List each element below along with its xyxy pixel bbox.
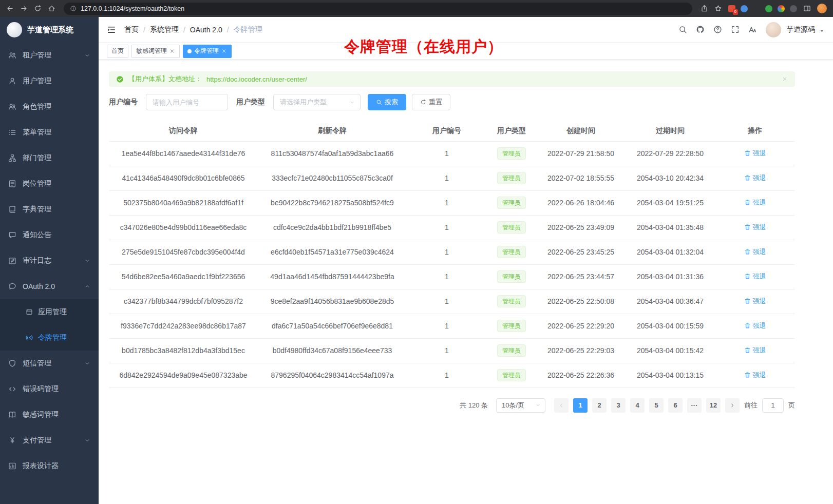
table-row: 275e5de9151045fe87cbdc395e004f4d e6cfd40…	[109, 240, 795, 264]
open-book-icon	[8, 411, 16, 419]
sidebar-item-menu-mgmt[interactable]: 菜单管理	[0, 120, 99, 145]
forward-icon[interactable]	[20, 5, 28, 12]
page-button[interactable]: 5	[649, 398, 664, 413]
refresh-token-cell: cdfc4ce9c2da4bb1bdf21b9918ff4be5	[258, 215, 407, 240]
address-bar[interactable]: 127.0.0.1:1024/system/oauth2/token	[64, 3, 692, 15]
tab-token[interactable]: 令牌管理	[183, 45, 232, 58]
font-size-icon[interactable]	[748, 25, 757, 34]
user-type-label: 用户类型	[236, 98, 265, 107]
extension-icon-dark[interactable]	[753, 5, 760, 12]
sidebar-item-error-code-mgmt[interactable]: 错误码管理	[0, 376, 99, 402]
sidebar-item-role-mgmt[interactable]: 角色管理	[0, 94, 99, 120]
fullscreen-icon[interactable]	[731, 25, 740, 34]
force-logout-button[interactable]: 强退	[744, 346, 766, 355]
page-button[interactable]: 2	[592, 398, 607, 413]
user-type-select[interactable]: 请选择用户类型	[273, 94, 361, 110]
close-icon[interactable]	[782, 76, 788, 82]
sidebar-item-dept-mgmt[interactable]: 部门管理	[0, 145, 99, 171]
force-logout-button[interactable]: 强退	[744, 272, 766, 281]
goto-label: 前往	[744, 401, 758, 410]
extension-icon-multicolor[interactable]	[778, 5, 785, 12]
sidebar-item-oauth2-app-mgmt[interactable]: 应用管理	[0, 299, 99, 325]
extension-icon-gray[interactable]	[790, 5, 797, 12]
sidebar-item-report-designer[interactable]: 报表设计器	[0, 453, 99, 479]
page-button[interactable]: 4	[630, 398, 645, 413]
search-icon[interactable]	[678, 25, 687, 34]
user-avatar[interactable]	[766, 22, 781, 37]
collapse-sidebar-icon[interactable]	[107, 25, 116, 34]
sidebar-item-oauth2[interactable]: OAuth 2.0	[0, 274, 99, 299]
user-type-cell: 管理员	[487, 338, 536, 363]
breadcrumb-item-home[interactable]: 首页	[124, 25, 139, 34]
bookmark-star-icon[interactable]	[714, 5, 722, 12]
id-card-icon	[8, 180, 16, 188]
force-logout-button[interactable]: 强退	[744, 321, 766, 331]
user-id-input[interactable]	[146, 94, 228, 110]
side-panel-icon[interactable]	[803, 5, 811, 12]
search-button[interactable]: 搜索	[368, 94, 406, 110]
next-page-button[interactable]	[725, 398, 740, 413]
share-icon[interactable]	[701, 5, 708, 12]
force-logout-button[interactable]: 强退	[744, 223, 766, 232]
username[interactable]: 芋道源码	[786, 25, 815, 34]
reset-button[interactable]: 重置	[412, 94, 450, 110]
sidebar-item-sensitive-word-mgmt[interactable]: 敏感词管理	[0, 402, 99, 428]
sidebar-item-sms-mgmt[interactable]: 短信管理	[0, 351, 99, 376]
broadcast-icon	[26, 334, 33, 341]
page-size-select[interactable]: 10条/页	[496, 398, 545, 413]
goto-page-input[interactable]	[762, 398, 784, 413]
breadcrumb-item-system[interactable]: 系统管理	[150, 25, 179, 34]
users-icon	[8, 103, 16, 111]
force-logout-button[interactable]: 强退	[744, 198, 766, 207]
user-type-badge: 管理员	[497, 320, 526, 332]
tab-home[interactable]: 首页	[107, 45, 128, 58]
page-button[interactable]: 6	[668, 398, 683, 413]
sidebar-item-user-mgmt[interactable]: 用户管理	[0, 68, 99, 94]
close-icon[interactable]	[221, 48, 227, 54]
force-logout-button[interactable]: 强退	[744, 247, 766, 257]
yen-icon	[8, 436, 16, 444]
help-icon[interactable]	[713, 25, 722, 34]
sidebar-item-dict-mgmt[interactable]: 字典管理	[0, 197, 99, 222]
page-button[interactable]: 3	[611, 398, 626, 413]
force-logout-button[interactable]: 强退	[744, 371, 766, 380]
prev-page-button[interactable]	[554, 398, 569, 413]
caret-down-icon[interactable]	[819, 28, 825, 34]
table-row: b0d1785bc3a8482f812db4a3f3bd15ec b0df498…	[109, 338, 795, 363]
back-icon[interactable]	[6, 5, 14, 12]
sidebar-item-notice[interactable]: 通知公告	[0, 222, 99, 248]
browser-profile-avatar[interactable]	[817, 4, 827, 13]
breadcrumb-item-oauth2[interactable]: OAuth 2.0	[190, 26, 222, 34]
app-logo-row[interactable]: 芋道管理系统	[0, 17, 99, 43]
tab-sensitive-word[interactable]: 敏感词管理	[131, 45, 180, 58]
sidebar-menu: 租户管理 用户管理 角色管理 菜单管理 部门管理	[0, 43, 99, 479]
sidebar-item-label: 岗位管理	[23, 179, 90, 188]
close-icon[interactable]	[169, 48, 175, 54]
force-logout-button[interactable]: 强退	[744, 173, 766, 183]
home-icon[interactable]	[48, 5, 55, 12]
tab-label: 令牌管理	[194, 47, 219, 55]
sidebar-item-tenant-mgmt[interactable]: 租户管理	[0, 43, 99, 68]
force-logout-label: 强退	[753, 272, 766, 281]
extension-icon-green[interactable]	[765, 5, 772, 12]
table-row: 502375b8040a469a9b82188afdf6af1f be90422…	[109, 190, 795, 215]
breadcrumb-separator: /	[227, 26, 229, 34]
sidebar-item-post-mgmt[interactable]: 岗位管理	[0, 171, 99, 197]
sidebar-item-audit-log[interactable]: 审计日志	[0, 248, 99, 274]
force-logout-button[interactable]: 强退	[744, 149, 766, 158]
site-info-icon[interactable]	[70, 5, 77, 12]
more-pages-button[interactable]: ···	[687, 398, 702, 413]
extension-icon-red[interactable]: 0	[728, 5, 735, 12]
page-button[interactable]: 12	[706, 398, 721, 413]
sidebar-item-oauth2-token-mgmt[interactable]: 令牌管理	[0, 325, 99, 351]
sidebar-item-label: 字典管理	[23, 205, 90, 214]
sidebar-item-payment-mgmt[interactable]: 支付管理	[0, 428, 99, 453]
page-button[interactable]: 1	[573, 398, 588, 413]
extension-icon-blue[interactable]	[741, 5, 748, 12]
force-logout-button[interactable]: 强退	[744, 297, 766, 306]
alert-link[interactable]: https://doc.iocoder.cn/user-center/	[206, 75, 307, 83]
reload-icon[interactable]	[34, 5, 42, 12]
refresh-token-cell: 8796295f04064c2983414cc54af1097a	[258, 363, 407, 387]
user-id-cell: 1	[407, 314, 487, 338]
github-icon[interactable]	[696, 25, 705, 34]
